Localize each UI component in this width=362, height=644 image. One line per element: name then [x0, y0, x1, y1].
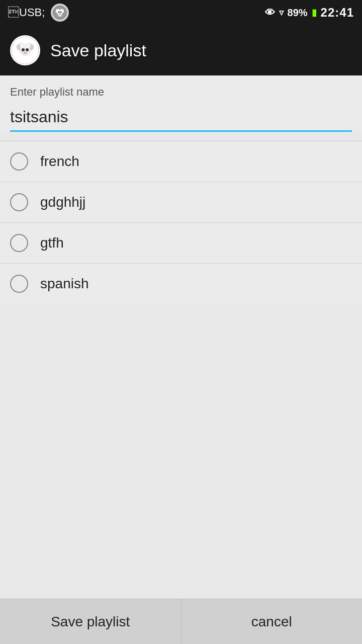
svg-point-17: [26, 48, 29, 51]
status-time: 22:41: [321, 6, 354, 20]
svg-point-4: [57, 9, 59, 11]
radio-item-gdghhjj[interactable]: gdghhjj: [0, 182, 362, 223]
app-bar: Save playlist: [0, 25, 362, 75]
app-small-icon: [53, 6, 67, 20]
playlist-name-input[interactable]: [10, 104, 352, 132]
signal-icon: ▿: [279, 7, 284, 18]
status-bar: USB; 👁 ▿ 89% ▮ 22:41: [0, 0, 362, 25]
battery-percent: 89%: [288, 7, 308, 19]
app-bar-title: Save playlist: [50, 41, 146, 60]
radio-item-spanish[interactable]: spanish: [0, 264, 362, 304]
status-right: 👁 ▿ 89% ▮ 22:41: [265, 6, 354, 20]
save-playlist-button[interactable]: Save playlist: [0, 599, 182, 644]
radio-spanish[interactable]: [10, 275, 28, 293]
radio-gtfh[interactable]: [10, 234, 28, 252]
input-section: Enter playlist name: [0, 75, 362, 132]
eye-icon: 👁: [265, 7, 275, 19]
cancel-button[interactable]: cancel: [182, 599, 363, 644]
svg-point-5: [60, 9, 62, 11]
status-left: USB;: [8, 4, 69, 22]
app-logo: [11, 36, 39, 64]
bottom-buttons: Save playlist cancel: [0, 599, 362, 644]
radio-label-spanish: spanish: [40, 276, 89, 292]
radio-label-gtfh: gtfh: [40, 235, 64, 251]
usb-icon: USB;: [8, 6, 45, 19]
radio-item-french[interactable]: french: [0, 141, 362, 182]
radio-gdghhjj[interactable]: [10, 193, 28, 211]
radio-item-gtfh[interactable]: gtfh: [0, 223, 362, 264]
app-icon: [10, 35, 40, 65]
input-label: Enter playlist name: [10, 86, 352, 99]
svg-point-16: [22, 48, 25, 51]
radio-french[interactable]: [10, 152, 28, 171]
svg-point-18: [24, 52, 27, 54]
battery-icon: ▮: [312, 7, 317, 18]
notification-icon: [51, 4, 69, 22]
svg-point-7: [58, 12, 60, 13]
svg-point-9: [59, 13, 61, 14]
radio-label-french: french: [40, 153, 79, 170]
playlist-radio-list: french gdghhjj gtfh spanish: [0, 141, 362, 304]
svg-point-8: [60, 12, 62, 13]
radio-label-gdghhjj: gdghhjj: [40, 194, 85, 210]
